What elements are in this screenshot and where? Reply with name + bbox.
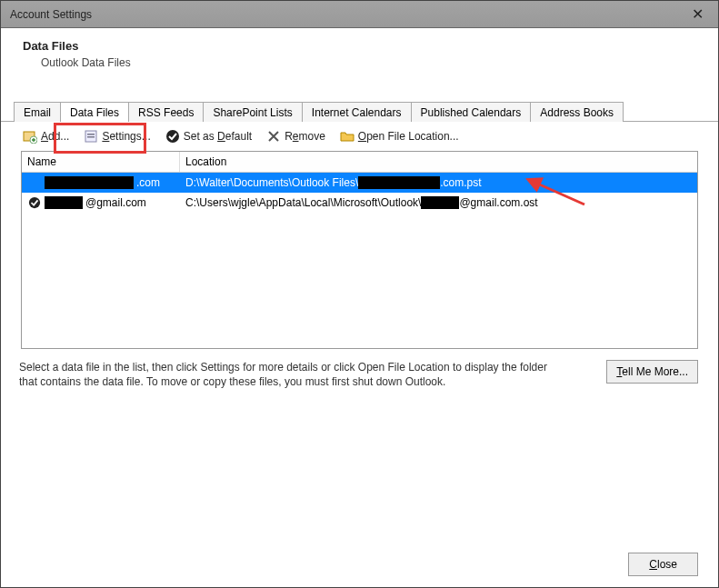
add-icon xyxy=(23,129,37,144)
tab-published-calendars[interactable]: Published Calendars xyxy=(411,102,532,122)
loc-prefix: C:\Users\wjgle\AppData\Local\Microsoft\O… xyxy=(185,196,421,209)
tab-sharepoint-lists[interactable]: SharePoint Lists xyxy=(203,102,302,122)
remove-label: move xyxy=(299,130,325,143)
add-label: dd... xyxy=(48,130,69,143)
tell-me-more-label: ell Me More... xyxy=(622,365,688,378)
page-subtitle: Outlook Data Files xyxy=(41,56,696,69)
remove-button[interactable]: Remove xyxy=(266,129,325,144)
data-files-list: Name Location .com D:\Walter\Documents\O… xyxy=(21,151,698,349)
instruction-row: Select a data file in the list, then cli… xyxy=(19,360,698,389)
add-button[interactable]: Add... xyxy=(23,129,69,144)
loc-prefix: D:\Walter\Documents\Outlook Files\ xyxy=(185,176,358,189)
tab-rss-feeds[interactable]: RSS Feeds xyxy=(128,102,204,122)
column-name[interactable]: Name xyxy=(22,152,180,172)
list-header: Name Location xyxy=(22,152,697,173)
name-suffix: .com xyxy=(136,176,160,189)
open-file-location-label: pen File Location... xyxy=(366,130,458,143)
svg-point-7 xyxy=(29,197,40,208)
svg-rect-3 xyxy=(87,134,95,135)
table-row[interactable]: .com D:\Walter\Documents\Outlook Files\ … xyxy=(22,173,697,193)
tab-address-books[interactable]: Address Books xyxy=(530,102,624,122)
cell-name: .com xyxy=(22,175,180,190)
open-file-location-button[interactable]: Open File Location... xyxy=(340,129,459,144)
loc-suffix: @gmail.com.ost xyxy=(459,196,537,209)
remove-icon xyxy=(266,129,281,144)
default-icon-slot xyxy=(27,175,42,190)
page-header: Data Files Outlook Data Files xyxy=(1,28,718,82)
cell-location: D:\Walter\Documents\Outlook Files\ .com.… xyxy=(180,176,697,189)
check-circle-icon xyxy=(165,129,180,144)
loc-suffix: .com.pst xyxy=(440,176,481,189)
title-bar: Account Settings ✕ xyxy=(1,1,718,28)
svg-point-5 xyxy=(166,130,179,143)
redacted-text xyxy=(358,176,440,189)
folder-open-icon xyxy=(340,129,355,144)
cell-location: C:\Users\wjgle\AppData\Local\Microsoft\O… xyxy=(180,196,697,209)
settings-icon xyxy=(84,129,98,144)
settings-label: ettings... xyxy=(109,130,150,143)
name-suffix: @gmail.com xyxy=(85,196,146,209)
page-title: Data Files xyxy=(23,39,696,53)
toolbar: Add... Settings... Set as Default Remove… xyxy=(1,122,718,149)
tell-me-more-button[interactable]: Tell Me More... xyxy=(606,360,698,384)
settings-button[interactable]: Settings... xyxy=(84,129,150,144)
tabstrip: Email Data Files RSS Feeds SharePoint Li… xyxy=(1,98,718,122)
close-icon[interactable]: ✕ xyxy=(684,4,711,25)
tab-internet-calendars[interactable]: Internet Calendars xyxy=(302,102,412,122)
set-default-button[interactable]: Set as Default xyxy=(165,129,252,144)
default-check-icon xyxy=(27,195,42,210)
tab-data-files[interactable]: Data Files xyxy=(60,102,129,122)
column-location[interactable]: Location xyxy=(180,152,697,172)
redacted-text xyxy=(45,196,83,209)
cell-name: @gmail.com xyxy=(22,195,180,210)
window-title: Account Settings xyxy=(10,8,92,21)
set-default-label: efault xyxy=(225,130,252,143)
tab-email[interactable]: Email xyxy=(14,102,61,122)
instruction-text: Select a data file in the list, then cli… xyxy=(19,360,564,389)
redacted-text xyxy=(45,176,134,189)
redacted-text xyxy=(421,196,459,209)
table-row[interactable]: @gmail.com C:\Users\wjgle\AppData\Local\… xyxy=(22,193,697,213)
svg-rect-4 xyxy=(87,136,95,138)
close-button[interactable]: Close xyxy=(628,553,698,576)
